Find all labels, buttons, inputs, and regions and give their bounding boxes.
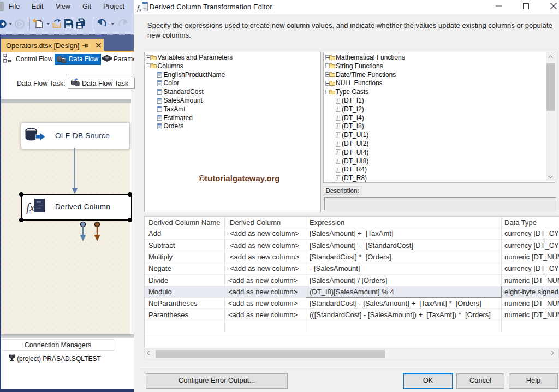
svg-text:x: x: [139, 7, 141, 13]
svg-text:fx: fx: [26, 200, 35, 214]
